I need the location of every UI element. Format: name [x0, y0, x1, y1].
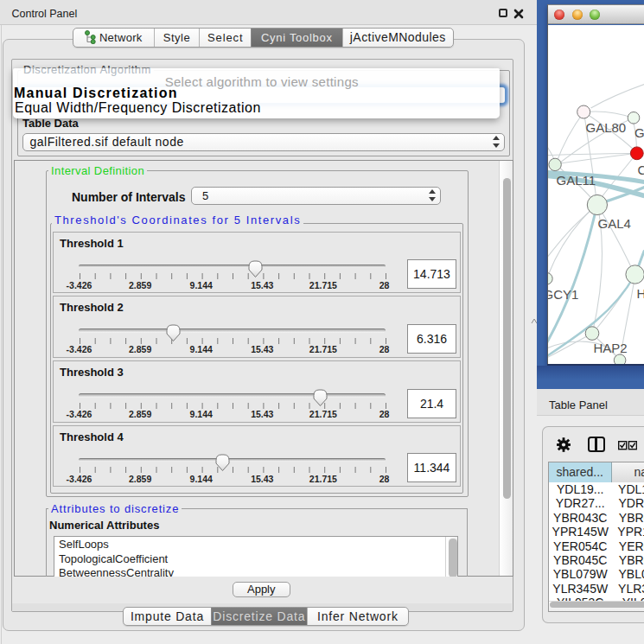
- svg-text:GAL4: GAL4: [597, 215, 630, 230]
- svg-text:GCY1: GCY1: [548, 286, 578, 301]
- svg-text:HAP2: HAP2: [593, 340, 627, 354]
- svg-text:H: H: [636, 285, 644, 300]
- svg-text:GAL80: GAL80: [585, 119, 626, 134]
- svg-text:GA: GA: [634, 125, 644, 140]
- svg-text:C: C: [637, 162, 644, 176]
- svg-text:GAL11: GAL11: [556, 172, 596, 187]
